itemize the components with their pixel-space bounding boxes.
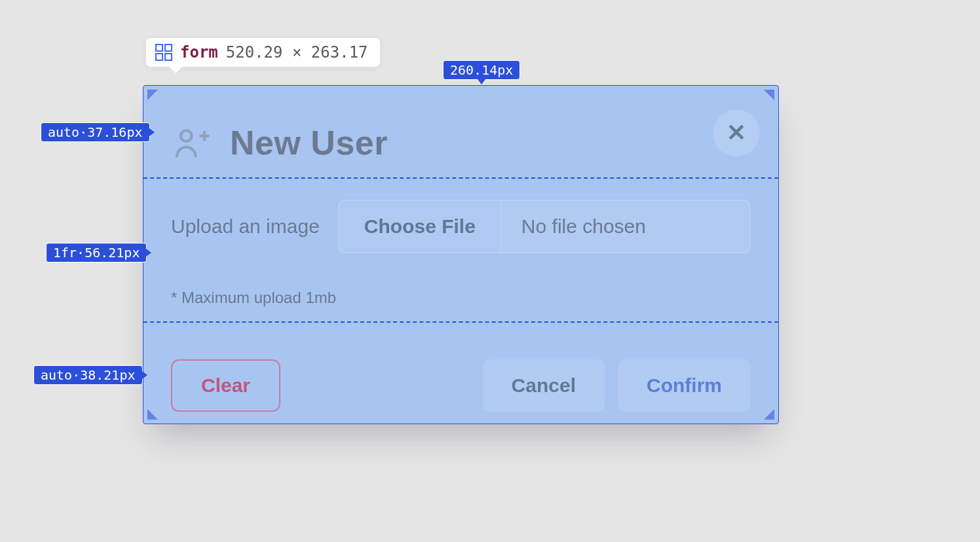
- choose-file-button[interactable]: Choose File: [339, 201, 502, 252]
- upload-hint: * Maximum upload 1mb: [171, 289, 751, 307]
- devtools-row-size-badge: 1fr·56.21px: [46, 243, 147, 262]
- form-header: New User ✕: [143, 86, 778, 177]
- svg-point-4: [181, 130, 192, 141]
- svg-rect-1: [165, 45, 172, 51]
- devtools-column-size-badge: 260.14px: [443, 60, 520, 80]
- confirm-button[interactable]: Confirm: [618, 359, 751, 412]
- devtools-row-size-badge: auto·37.16px: [41, 122, 150, 142]
- resize-corner: [147, 409, 158, 420]
- svg-rect-3: [165, 54, 172, 60]
- form-body: Upload an image Choose File No file chos…: [143, 177, 778, 321]
- user-plus-icon: [171, 122, 212, 163]
- upload-label: Upload an image: [171, 215, 320, 238]
- grid-icon: [155, 44, 172, 61]
- file-input[interactable]: Choose File No file chosen: [338, 200, 751, 253]
- svg-rect-2: [156, 54, 162, 60]
- devtools-element-tooltip: form 520.29 × 263.17: [145, 37, 381, 67]
- new-user-form: New User ✕ Upload an image Choose File N…: [143, 85, 779, 424]
- close-icon: ✕: [726, 119, 746, 147]
- form-footer: Clear Cancel Confirm: [143, 321, 778, 425]
- devtools-row-size-badge: auto·38.21px: [33, 365, 143, 385]
- clear-button[interactable]: Clear: [171, 359, 280, 412]
- file-status-text: No file chosen: [502, 201, 749, 252]
- resize-corner: [764, 409, 774, 420]
- close-button[interactable]: ✕: [713, 109, 760, 156]
- upload-row: Upload an image Choose File No file chos…: [171, 200, 751, 253]
- cancel-button[interactable]: Cancel: [483, 359, 605, 412]
- form-title: New User: [230, 123, 388, 162]
- devtools-element-tag: form: [180, 43, 218, 62]
- devtools-element-dimensions: 520.29 × 263.17: [226, 43, 368, 62]
- svg-rect-0: [156, 45, 162, 51]
